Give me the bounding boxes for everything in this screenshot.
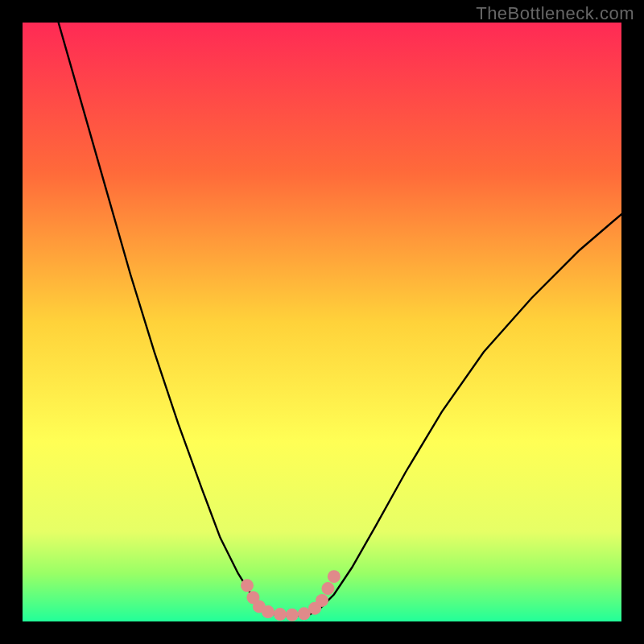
plot-area xyxy=(23,23,621,621)
valley-marker xyxy=(241,579,254,592)
chart-frame: TheBottleneck.com xyxy=(0,0,644,644)
valley-marker xyxy=(274,608,287,621)
valley-marker xyxy=(321,582,334,595)
valley-marker xyxy=(316,594,328,607)
watermark-text: TheBottleneck.com xyxy=(476,3,634,24)
valley-marker xyxy=(328,570,341,583)
valley-marker xyxy=(286,609,299,621)
curve-layer xyxy=(23,23,621,621)
bottleneck-curve xyxy=(59,23,621,616)
valley-marker xyxy=(262,605,275,618)
